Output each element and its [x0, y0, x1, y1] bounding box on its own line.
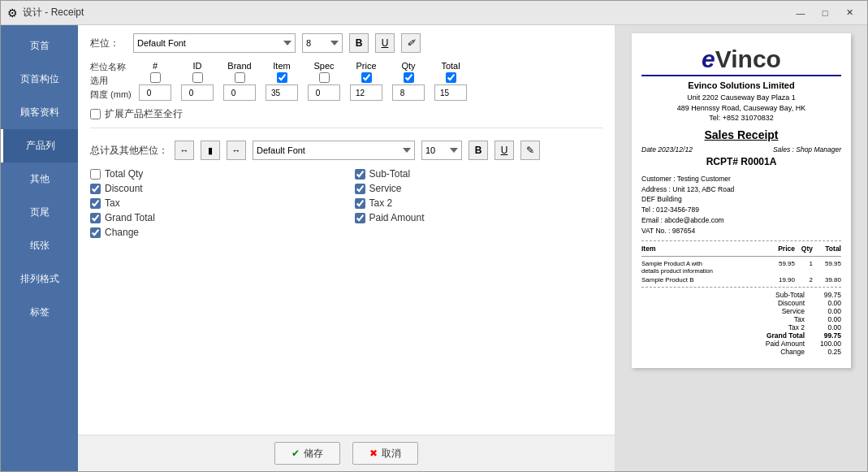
subtotal-line: Sub-Total 99.75 — [641, 291, 841, 299]
col-spec-width-cell — [304, 84, 344, 101]
total-qty-checkbox[interactable] — [90, 169, 101, 180]
col-item-width[interactable] — [266, 84, 298, 101]
totals-section: 总计及其他栏位： ↔ ▮ ↔ Default Font 10 8 12 B — [90, 141, 602, 238]
service-total-value: 0.00 — [809, 307, 841, 315]
grand-total-label: Grand Total — [641, 331, 809, 340]
columns-area: 栏位名称 选用 阔度 (mm) # ID Brand Item Spec Pri… — [90, 61, 602, 101]
sub-total-checkbox[interactable] — [355, 169, 365, 180]
sidebar-item-products[interactable]: 产品列 — [1, 129, 78, 162]
totals-checkboxes: Total Qty Sub-Total Discount Servic — [90, 168, 602, 238]
discount-row: Discount — [90, 183, 339, 194]
close-button[interactable]: ✕ — [838, 4, 861, 22]
sidebar-item-labels[interactable]: 标签 — [1, 296, 78, 329]
service-row: Service — [355, 183, 603, 194]
col-total-checkbox[interactable] — [446, 72, 456, 83]
sidebar-item-customer[interactable]: 顾客资料 — [1, 96, 78, 129]
col-brand-width[interactable] — [223, 84, 256, 101]
col-total-width[interactable] — [434, 84, 467, 101]
change-checkbox[interactable] — [90, 227, 101, 238]
underline-button[interactable]: U — [375, 33, 395, 53]
main-content: 页首 页首构位 顾客资料 产品列 其他 页尾 纸张 排列格式 — [1, 25, 867, 471]
list-item: Sample Product A withdetails product inf… — [641, 260, 841, 275]
col-item-width-cell — [261, 84, 302, 101]
col-item-checkbox[interactable] — [277, 72, 287, 83]
customer-tel: Tel : 012-3456-789 — [641, 205, 841, 215]
col-hash-width[interactable] — [139, 84, 171, 101]
tax-checkbox[interactable] — [90, 198, 101, 209]
sidebar-item-other[interactable]: 其他 — [1, 162, 78, 196]
item1-price: 59.95 — [767, 260, 795, 275]
save-button[interactable]: ✔ 储存 — [274, 442, 340, 465]
col-id-checkbox[interactable] — [192, 72, 203, 83]
maximize-button[interactable]: □ — [814, 4, 836, 22]
col-hash-checkbox[interactable] — [150, 72, 161, 83]
tax2-row: Tax 2 — [355, 197, 603, 209]
window-controls: — □ ✕ — [789, 4, 861, 22]
font-select[interactable]: Default Font — [133, 33, 296, 53]
paid-amount-checkbox[interactable] — [355, 213, 365, 223]
paid-total-line: Paid Amount 100.00 — [641, 340, 841, 348]
col-width-label: 阔度 (mm) — [90, 89, 135, 101]
grand-total-line: Grand Total 99.75 — [641, 331, 841, 340]
item1-name: Sample Product A withdetails product inf… — [641, 260, 767, 275]
receipt-customer: Customer : Testing Customer Address : Un… — [641, 174, 841, 236]
sidebar-item-footer[interactable]: 页尾 — [1, 196, 78, 229]
col-item-header: Item — [641, 245, 767, 253]
bold-button[interactable]: B — [349, 33, 369, 53]
col-price-checkbox[interactable] — [361, 72, 372, 83]
totals-divider — [641, 287, 841, 288]
logo-brand: Vinco — [715, 45, 781, 72]
col-total-check-cell — [430, 72, 471, 83]
service-checkbox[interactable] — [355, 184, 365, 194]
col-hash-width-cell — [135, 84, 175, 101]
col-spec-width[interactable] — [308, 84, 340, 101]
tax2-checkbox[interactable] — [355, 198, 365, 209]
list-item: Sample Product B 19.90 2 39.80 — [641, 276, 841, 284]
font-size-select[interactable]: 8 10 12 — [302, 33, 343, 53]
align-right-button[interactable]: ↔ — [227, 141, 246, 160]
totals-font-select[interactable]: Default Font — [253, 141, 415, 160]
service-total-label: Service — [641, 307, 809, 315]
align-center-button[interactable]: ▮ — [201, 141, 220, 160]
col-id-check-cell — [177, 72, 218, 83]
totals-edit-button[interactable]: ✎ — [520, 141, 540, 160]
totals-underline-button[interactable]: U — [494, 141, 514, 160]
col-qty-width[interactable] — [392, 84, 425, 101]
sidebar-item-header-layout[interactable]: 页首构位 — [1, 63, 78, 96]
sidebar-item-paper[interactable]: 纸张 — [1, 229, 78, 262]
cancel-button[interactable]: ✖ 取消 — [352, 442, 418, 465]
grand-total-checkbox[interactable] — [90, 213, 101, 223]
item2-price: 19.90 — [767, 276, 795, 284]
logo-e: e — [702, 45, 715, 72]
col-hash-check-cell — [135, 72, 175, 83]
totals-bold-button[interactable]: B — [469, 141, 488, 160]
customer-name: Customer : Testing Customer — [641, 174, 841, 184]
col-brand-checkbox[interactable] — [235, 72, 245, 83]
check-icon: ✔ — [291, 448, 300, 459]
col-qty-checkbox[interactable] — [404, 72, 414, 83]
expand-checkbox[interactable] — [90, 109, 101, 119]
col-spec-check-cell — [304, 72, 344, 83]
col-spec-checkbox[interactable] — [319, 72, 330, 83]
col-qty-header: Qty — [388, 61, 429, 71]
discount-label: Discount — [105, 183, 143, 194]
col-price-width[interactable] — [350, 84, 382, 101]
col-id-width[interactable] — [181, 84, 214, 101]
subtotal-value: 99.75 — [809, 291, 841, 299]
tax2-total-line: Tax 2 0.00 — [641, 323, 841, 331]
sidebar-item-format[interactable]: 排列格式 — [1, 262, 78, 296]
minimize-button[interactable]: — — [789, 4, 812, 22]
totals-size-select[interactable]: 10 8 12 — [421, 141, 462, 160]
discount-checkbox[interactable] — [90, 184, 101, 194]
sidebar-item-header[interactable]: 页首 — [1, 29, 78, 63]
customer-addr: Address : Unit 123, ABC Road — [641, 184, 841, 195]
italic-button[interactable]: ✐ — [401, 33, 421, 53]
paid-amount-label: Paid Amount — [369, 212, 425, 223]
align-left-button[interactable]: ↔ — [175, 141, 194, 160]
item2-name: Sample Product B — [641, 276, 767, 284]
grand-total-row: Grand Total — [90, 212, 339, 223]
tax2-label: Tax 2 — [369, 197, 393, 209]
receipt-logo: eVinco — [641, 45, 841, 76]
col-brand-width-cell — [219, 84, 260, 101]
change-label: Change — [105, 227, 139, 238]
